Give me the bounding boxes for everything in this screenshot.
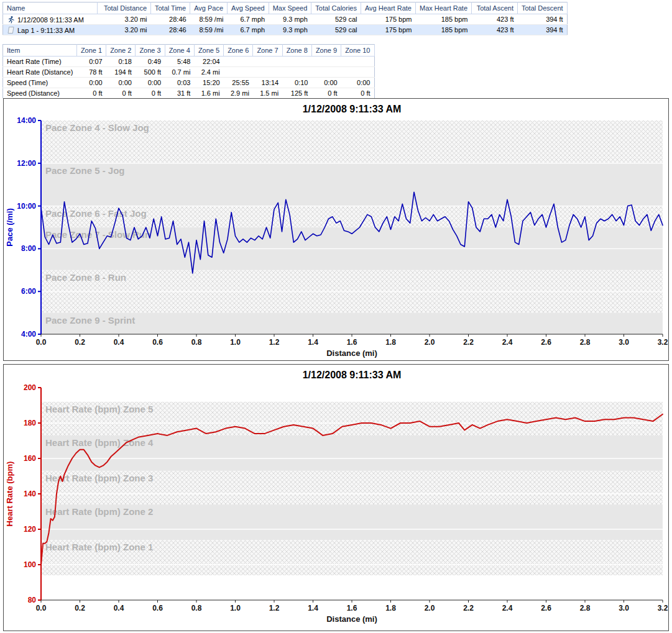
x-tick-label: 3.0 (619, 604, 629, 613)
y-tick-label: 12:00 (17, 159, 36, 168)
pace-chart-panel[interactable]: 1/12/2008 9:11:33 AMPace Zone 4 - Slow J… (3, 98, 669, 361)
zone-band-label: Heart Rate (bpm) Zone 1 (45, 542, 153, 552)
x-tick-label: 2.4 (502, 338, 513, 347)
chart-title: 1/12/2008 9:11:33 AM (303, 370, 402, 380)
zone-cell (311, 67, 341, 78)
x-tick-label: 1.8 (385, 338, 396, 347)
heart-rate-chart-svg: 1/12/2008 9:11:33 AMHeart Rate (bpm) Zon… (4, 365, 668, 631)
x-tick-label: 1.0 (230, 604, 241, 613)
x-tick-label: 2.6 (541, 338, 551, 347)
zone-cell: 194 ft (106, 67, 136, 78)
y-tick-label: 8:00 (21, 244, 36, 253)
zone-cell: 0:00 (106, 78, 136, 88)
column-header-zone-10[interactable]: Zone 10 (341, 45, 374, 57)
x-tick-label: 3.0 (619, 338, 629, 347)
y-tick-label: 140 (24, 490, 36, 498)
lap-row[interactable]: Lap 1 - 9:11:33 AM3.20 mi28:468:59 /mi6.… (3, 25, 568, 35)
column-header-total-calories[interactable]: Total Calories (311, 2, 361, 14)
activity-name: Lap 1 - 9:11:33 AM (17, 27, 75, 34)
column-header-zone-6[interactable]: Zone 6 (224, 45, 253, 57)
zone-cell: 22:04 (194, 57, 223, 67)
column-header-total-ascent[interactable]: Total Ascent (472, 2, 518, 14)
x-tick-label: 2.6 (541, 604, 551, 613)
column-header-zone-2[interactable]: Zone 2 (106, 45, 136, 57)
column-header-max-heart-rate[interactable]: Max Heart Rate (415, 2, 471, 14)
summary-header-row: NameTotal DistanceTotal TimeAvg PaceAvg … (3, 2, 568, 14)
x-tick-label: 0.0 (36, 338, 47, 347)
column-header-avg-pace[interactable]: Avg Pace (190, 2, 228, 14)
zone-cell (224, 57, 253, 67)
column-header-max-speed[interactable]: Max Speed (269, 2, 311, 14)
zones-header-row: ItemZone 1Zone 2Zone 3Zone 4Zone 5Zone 6… (3, 45, 375, 57)
heart-rate-chart-panel[interactable]: 1/12/2008 9:11:33 AMHeart Rate (bpm) Zon… (3, 364, 669, 631)
zone-cell (341, 67, 374, 78)
cell-total-descent: 394 ft (518, 25, 568, 35)
column-header-avg-heart-rate[interactable]: Avg Heart Rate (361, 2, 415, 14)
zone-row-speed-distance[interactable]: Speed (Distance)0 ft0 ft0 ft31 ft1.6 mi2… (3, 88, 375, 99)
zone-cell: 0:10 (282, 78, 311, 88)
y-tick-label: 10:00 (17, 202, 36, 211)
zone-row-label: Speed (Time) (3, 78, 77, 88)
zone-band-label: Heart Rate (bpm) Zone 5 (45, 404, 153, 414)
column-header-item[interactable]: Item (3, 45, 77, 57)
zone-row-speed-time[interactable]: Speed (Time)0:000:000:000:0315:2025:5513… (3, 78, 375, 88)
column-header-zone-4[interactable]: Zone 4 (165, 45, 194, 57)
column-header-zone-9[interactable]: Zone 9 (311, 45, 341, 57)
activity-row[interactable]: 1/12/2008 9:11:33 AM3.20 mi28:468:59 /mi… (3, 14, 568, 25)
x-tick-label: 2.4 (502, 604, 513, 613)
zone-cell: 2.4 mi (194, 67, 223, 78)
zone-cell: 0 ft (136, 88, 165, 99)
column-header-zone-1[interactable]: Zone 1 (76, 45, 106, 57)
zone-cell: 2.9 mi (224, 88, 253, 99)
lap-icon (7, 26, 15, 34)
x-tick-label: 0.8 (191, 604, 202, 613)
zone-band-label: Heart Rate (bpm) Zone 2 (45, 506, 153, 517)
column-header-total-time[interactable]: Total Time (151, 2, 190, 14)
cell-avg-pace: 8:59 /mi (190, 25, 228, 35)
x-tick-label: 0.0 (36, 604, 47, 613)
activity-name: 1/12/2008 9:11:33 AM (17, 16, 84, 24)
x-tick-label: 1.0 (230, 338, 241, 347)
x-tick-label: 3.2 (658, 604, 668, 613)
zone-cell: 0 ft (76, 88, 106, 99)
column-header-zone-8[interactable]: Zone 8 (282, 45, 311, 57)
column-header-total-distance[interactable]: Total Distance (98, 2, 151, 14)
cell-max-heart-rate: 185 bpm (415, 25, 471, 35)
runner-icon (7, 16, 15, 24)
zone-cell (282, 67, 311, 78)
column-header-total-descent[interactable]: Total Descent (518, 2, 568, 14)
zone-band-label: Heart Rate (bpm) Zone 4 (45, 437, 154, 448)
zone-cell: 1.6 mi (194, 88, 223, 99)
name-cell: 1/12/2008 9:11:33 AM (3, 14, 98, 25)
x-tick-label: 3.2 (658, 338, 668, 347)
zone-cell: 0:00 (341, 78, 374, 88)
activity-summary-table: NameTotal DistanceTotal TimeAvg PaceAvg … (2, 2, 568, 35)
cell-total-distance: 3.20 mi (98, 14, 151, 25)
x-tick-label: 2.0 (425, 604, 435, 613)
x-tick-label: 1.8 (385, 604, 396, 613)
zone-row-label: Heart Rate (Distance) (3, 67, 77, 78)
zone-cell: 0:00 (76, 78, 106, 88)
zone-cell: 0:49 (136, 57, 165, 67)
y-tick-label: 4:00 (21, 330, 36, 339)
zone-cell: 5:48 (165, 57, 194, 67)
cell-avg-heart-rate: 175 bpm (361, 14, 415, 25)
zone-cell (253, 57, 282, 67)
zone-cell: 500 ft (136, 67, 165, 78)
pace-chart-svg: 1/12/2008 9:11:33 AMPace Zone 4 - Slow J… (4, 99, 668, 360)
x-tick-label: 1.6 (347, 338, 357, 347)
zone-row-heart-rate-time[interactable]: Heart Rate (Time)0:070:180:495:4822:04 (3, 57, 375, 67)
x-tick-label: 1.2 (269, 338, 280, 347)
column-header-zone-7[interactable]: Zone 7 (253, 45, 282, 57)
x-tick-label: 0.2 (75, 338, 85, 347)
y-tick-label: 200 (24, 383, 36, 392)
x-axis-title: Distance (mi) (326, 348, 377, 358)
zone-cell: 0:18 (106, 57, 136, 67)
column-header-avg-speed[interactable]: Avg Speed (228, 2, 269, 14)
column-header-name[interactable]: Name (3, 2, 98, 14)
column-header-zone-5[interactable]: Zone 5 (194, 45, 223, 57)
zone-row-heart-rate-distance[interactable]: Heart Rate (Distance)78 ft194 ft500 ft0.… (3, 67, 375, 78)
zone-band-label: Pace Zone 4 - Slow Jog (45, 122, 149, 133)
column-header-zone-3[interactable]: Zone 3 (136, 45, 165, 57)
cell-max-speed: 9.3 mph (269, 25, 311, 35)
